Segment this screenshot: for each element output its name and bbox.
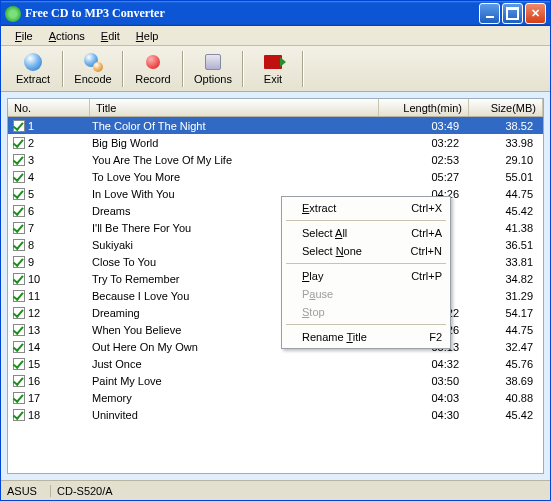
track-title: You Are The Love Of My Life: [90, 154, 379, 166]
col-size[interactable]: Size(MB): [469, 99, 543, 116]
track-checkbox[interactable]: [13, 307, 25, 319]
track-size: 31.29: [469, 290, 543, 302]
track-checkbox[interactable]: [13, 375, 25, 387]
toolbar-encode[interactable]: Encode: [65, 48, 121, 90]
track-checkbox[interactable]: [13, 205, 25, 217]
track-size: 33.98: [469, 137, 543, 149]
menu-bar: File Actions Edit Help: [1, 26, 550, 46]
track-size: 44.75: [469, 324, 543, 336]
window-title: Free CD to MP3 Converter: [25, 6, 479, 21]
track-checkbox[interactable]: [13, 358, 25, 370]
track-checkbox[interactable]: [13, 154, 25, 166]
client-area: No. Title Length(min) Size(MB) 1The Colo…: [1, 92, 550, 480]
track-title: Big Big World: [90, 137, 379, 149]
track-length: 03:22: [379, 137, 469, 149]
track-size: 34.82: [469, 273, 543, 285]
encode-icon: [83, 52, 103, 72]
ctx-play[interactable]: PlayCtrl+P: [284, 267, 448, 285]
track-length: 03:50: [379, 375, 469, 387]
table-row[interactable]: 2Big Big World03:2233.98: [8, 134, 543, 151]
toolbar-exit[interactable]: Exit: [245, 48, 301, 90]
track-checkbox[interactable]: [13, 222, 25, 234]
track-title: Just Once: [90, 358, 379, 370]
track-size: 45.42: [469, 409, 543, 421]
track-no: 6: [28, 205, 34, 217]
track-checkbox[interactable]: [13, 171, 25, 183]
track-checkbox[interactable]: [13, 256, 25, 268]
table-row[interactable]: 3You Are The Love Of My Life02:5329.10: [8, 151, 543, 168]
track-size: 55.01: [469, 171, 543, 183]
table-row[interactable]: 5In Love With You04:2644.75: [8, 185, 543, 202]
track-checkbox[interactable]: [13, 392, 25, 404]
track-title: The Color Of The Night: [90, 120, 379, 132]
track-length: 03:49: [379, 120, 469, 132]
table-row[interactable]: 12Dreaming05:2254.17: [8, 304, 543, 321]
ctx-select-none[interactable]: Select NoneCtrl+N: [284, 242, 448, 260]
track-size: 45.42: [469, 205, 543, 217]
menu-actions[interactable]: Actions: [41, 28, 93, 44]
table-row[interactable]: 15Just Once04:3245.76: [8, 355, 543, 372]
menu-file[interactable]: File: [7, 28, 41, 44]
toolbar-record[interactable]: Record: [125, 48, 181, 90]
table-row[interactable]: 18Uninvited04:3045.42: [8, 406, 543, 423]
track-title: Uninvited: [90, 409, 379, 421]
ctx-rename[interactable]: Rename TitleF2: [284, 328, 448, 346]
menu-edit[interactable]: Edit: [93, 28, 128, 44]
table-row[interactable]: 8Sukiyaki36.51: [8, 236, 543, 253]
track-checkbox[interactable]: [13, 188, 25, 200]
ctx-select-all[interactable]: Select AllCtrl+A: [284, 224, 448, 242]
track-no: 4: [28, 171, 34, 183]
table-row[interactable]: 9Close To You33.81: [8, 253, 543, 270]
track-length: 05:27: [379, 171, 469, 183]
options-icon: [203, 52, 223, 72]
table-row[interactable]: 1The Color Of The Night03:4938.52: [8, 117, 543, 134]
col-length[interactable]: Length(min): [379, 99, 469, 116]
table-row[interactable]: 11Because I Love You31.29: [8, 287, 543, 304]
table-row[interactable]: 14Out Here On My Own03:1332.47: [8, 338, 543, 355]
track-checkbox[interactable]: [13, 120, 25, 132]
track-checkbox[interactable]: [13, 137, 25, 149]
col-title[interactable]: Title: [90, 99, 379, 116]
track-checkbox[interactable]: [13, 341, 25, 353]
status-drive: ASUS: [1, 485, 51, 497]
menu-help[interactable]: Help: [128, 28, 167, 44]
track-length: 04:30: [379, 409, 469, 421]
titlebar[interactable]: Free CD to MP3 Converter: [1, 1, 550, 26]
col-no[interactable]: No.: [8, 99, 90, 116]
track-size: 41.38: [469, 222, 543, 234]
track-no: 10: [28, 273, 40, 285]
toolbar-extract[interactable]: Extract: [5, 48, 61, 90]
track-no: 5: [28, 188, 34, 200]
track-list[interactable]: No. Title Length(min) Size(MB) 1The Colo…: [7, 98, 544, 474]
track-checkbox[interactable]: [13, 409, 25, 421]
track-title: Paint My Love: [90, 375, 379, 387]
track-no: 12: [28, 307, 40, 319]
status-bar: ASUS CD-S520/A: [1, 480, 550, 500]
ctx-pause: Pause: [284, 285, 448, 303]
list-body: 1The Color Of The Night03:4938.522Big Bi…: [8, 117, 543, 473]
track-no: 13: [28, 324, 40, 336]
track-no: 16: [28, 375, 40, 387]
minimize-button[interactable]: [479, 3, 500, 24]
toolbar: Extract Encode Record Options Exit: [1, 46, 550, 92]
track-length: 04:03: [379, 392, 469, 404]
context-menu: ExtractCtrl+X Select AllCtrl+A Select No…: [281, 196, 451, 349]
track-no: 15: [28, 358, 40, 370]
track-size: 44.75: [469, 188, 543, 200]
ctx-extract[interactable]: ExtractCtrl+X: [284, 199, 448, 217]
table-row[interactable]: 10Try To Remember34.82: [8, 270, 543, 287]
table-row[interactable]: 13When You Believe04:2644.75: [8, 321, 543, 338]
track-checkbox[interactable]: [13, 273, 25, 285]
table-row[interactable]: 4To Love You More05:2755.01: [8, 168, 543, 185]
table-row[interactable]: 16Paint My Love03:5038.69: [8, 372, 543, 389]
table-row[interactable]: 7I'll Be There For You41.38: [8, 219, 543, 236]
track-checkbox[interactable]: [13, 290, 25, 302]
table-row[interactable]: 6Dreams45.42: [8, 202, 543, 219]
maximize-button[interactable]: [502, 3, 523, 24]
track-checkbox[interactable]: [13, 324, 25, 336]
table-row[interactable]: 17Memory04:0340.88: [8, 389, 543, 406]
toolbar-options[interactable]: Options: [185, 48, 241, 90]
app-icon: [5, 6, 21, 22]
close-button[interactable]: [525, 3, 546, 24]
track-checkbox[interactable]: [13, 239, 25, 251]
